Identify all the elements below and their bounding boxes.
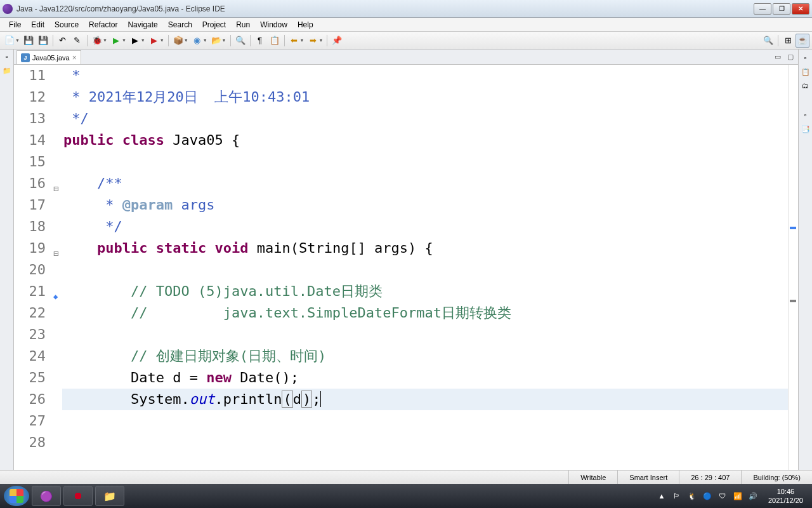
minimize-editor-button[interactable]: ▭ [773,51,783,62]
menu-help[interactable]: Help [292,19,318,30]
fold-gutter[interactable] [52,216,62,237]
fold-gutter[interactable] [52,151,62,173]
code-text[interactable]: // java.text.SimpleDateFormat日期转换类 [62,302,788,324]
fold-gutter[interactable]: ⊟ [52,237,62,259]
forward-button[interactable]: ➡ [306,34,320,48]
code-text[interactable]: /** [62,173,788,194]
dropdown-arrow-icon[interactable]: ▼ [203,38,207,43]
menu-window[interactable]: Window [255,19,292,30]
code-editor[interactable]: 11 *12 * 2021年12月20日 上午10:43:0113 */14pu… [14,65,798,470]
code-text[interactable]: // 创建日期对象(日期、时间) [62,345,788,367]
occurrence-marker[interactable] [790,300,796,302]
dropdown-arrow-icon[interactable]: ▼ [122,38,126,43]
fold-gutter[interactable]: ◆ [52,281,62,302]
overview-ruler[interactable] [788,65,798,470]
dropdown-arrow-icon[interactable]: ▼ [15,38,20,43]
dropdown-arrow-icon[interactable]: ▼ [160,38,164,43]
code-line[interactable]: 11 * [14,65,788,86]
dropdown-arrow-icon[interactable]: ▼ [184,38,188,43]
outline-icon[interactable]: 🗂 [800,80,811,91]
restore-right2-button[interactable]: ▫ [800,109,811,121]
taskbar-eclipse[interactable]: 🟣 [32,486,61,506]
code-line[interactable]: 19⊟ public static void main(String[] arg… [14,237,788,259]
minimize-button[interactable]: — [754,3,771,15]
tray-volume-icon[interactable]: 🔊 [748,491,758,501]
outline-view-icon[interactable]: 📑 [800,123,811,135]
dropdown-arrow-icon[interactable]: ▼ [141,38,145,43]
tray-app1-icon[interactable]: 🐧 [687,491,697,501]
fold-gutter[interactable] [52,367,62,389]
tray-app2-icon[interactable]: 🔵 [702,491,712,501]
code-text[interactable] [62,324,788,345]
menu-source[interactable]: Source [49,19,84,30]
dropdown-arrow-icon[interactable]: ▼ [222,38,226,43]
code-text[interactable]: System.out.println(d); [62,389,788,410]
code-line[interactable]: 21◆ // TODO (5)java.util.Date日期类 [14,281,788,302]
fold-gutter[interactable] [52,194,62,216]
code-text[interactable]: */ [62,216,788,237]
close-button[interactable]: ✕ [792,3,809,15]
tray-flag-icon[interactable]: 🏳 [672,491,682,501]
redo-button[interactable]: ✎ [70,34,84,48]
taskbar-explorer[interactable]: 📁 [95,486,124,506]
code-text[interactable] [62,432,788,453]
dropdown-arrow-icon[interactable]: ▼ [300,38,304,43]
code-line[interactable]: 16⊟ /** [14,173,788,194]
fold-gutter[interactable] [52,302,62,324]
menu-project[interactable]: Project [197,19,231,30]
fold-gutter[interactable] [52,108,62,130]
code-text[interactable]: */ [62,108,788,130]
code-line[interactable]: 22 // java.text.SimpleDateFormat日期转换类 [14,302,788,324]
tray-shield-icon[interactable]: 🛡 [717,491,728,501]
code-line[interactable]: 20 [14,259,788,281]
restore-view-button[interactable]: ▫ [1,51,13,62]
code-line[interactable]: 12 * 2021年12月20日 上午10:43:01 [14,86,788,108]
debug-button[interactable]: 🐞 [90,34,104,48]
back-button[interactable]: ⬅ [287,34,301,48]
new-class-button[interactable]: ◉ [190,34,204,48]
restore-right-button[interactable]: ▫ [800,52,811,64]
quick-access-button[interactable]: 🔍 [761,34,775,48]
new-package-button[interactable]: 📦 [171,34,185,48]
todo-marker[interactable] [790,227,796,229]
start-button[interactable] [4,486,29,506]
menu-file[interactable]: File [4,19,26,30]
code-text[interactable]: public class Java05 { [62,130,788,151]
fold-gutter[interactable] [52,259,62,281]
code-line[interactable]: 23 [14,324,788,345]
open-perspective-button[interactable]: ⊞ [781,34,795,48]
code-line[interactable]: 14public class Java05 { [14,130,788,151]
tray-network-icon[interactable]: 📶 [733,491,743,501]
editor-tab[interactable]: J Java05.java × [16,50,81,64]
fold-gutter[interactable] [52,410,62,432]
package-explorer-icon[interactable]: 📁 [1,65,13,76]
fold-gutter[interactable] [52,389,62,410]
new-button[interactable]: 📄 [3,34,16,48]
toggle-comment-button[interactable]: ¶ [253,34,267,48]
java-perspective-button[interactable]: ☕ [796,34,809,48]
code-text[interactable] [62,259,788,281]
code-line[interactable]: 27 [14,410,788,432]
undo-button[interactable]: ↶ [56,34,70,48]
run-button[interactable]: ▶ [109,34,123,48]
code-line[interactable]: 25 Date d = new Date(); [14,367,788,389]
code-text[interactable]: * @param args [62,194,788,216]
menu-run[interactable]: Run [231,19,255,30]
taskbar-record[interactable]: ⏺ [63,486,93,506]
fold-gutter[interactable]: ⊟ [52,173,62,194]
code-text[interactable]: * 2021年12月20日 上午10:43:01 [62,86,788,108]
menu-navigate[interactable]: Navigate [122,19,162,30]
dropdown-arrow-icon[interactable]: ▼ [318,38,323,43]
task-list-icon[interactable]: 📋 [800,66,811,77]
fold-gutter[interactable] [52,432,62,453]
maximize-button[interactable]: ❐ [773,3,790,15]
code-line[interactable]: 13 */ [14,108,788,130]
search-button[interactable]: 🔍 [233,34,247,48]
code-line[interactable]: 17 * @param args [14,194,788,216]
code-line[interactable]: 26 System.out.println(d); [14,389,788,410]
code-text[interactable]: Date d = new Date(); [62,367,788,389]
external-tools-button[interactable]: ▶ [147,34,161,48]
open-type-button[interactable]: 📂 [209,34,223,48]
code-text[interactable]: public static void main(String[] args) { [62,237,788,259]
save-button[interactable]: 💾 [22,34,36,48]
